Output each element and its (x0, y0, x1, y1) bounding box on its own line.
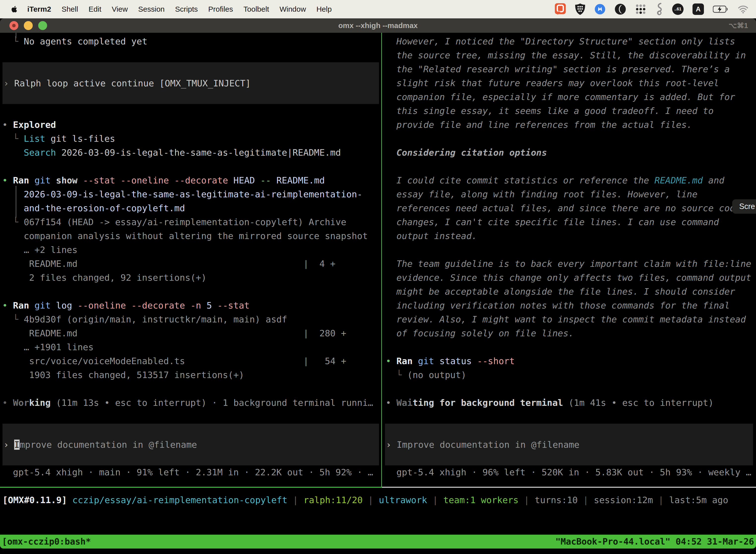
bolt-badge-icon[interactable] (594, 3, 606, 15)
tmux-host-clock: "MacBook-Pro-44.local" 04:52 31-Mar-26 (555, 537, 754, 547)
apple-logo-icon[interactable] (11, 5, 18, 13)
menu-bar-status-items: ..61 A (555, 3, 749, 16)
pane-border-bottom-left (0, 487, 382, 488)
git-log-stat-line: README.md | 280 + (0, 326, 381, 340)
chat-app-icon[interactable] (555, 3, 566, 15)
a-badge-icon[interactable]: A (693, 3, 704, 15)
battery-charging-icon[interactable] (713, 5, 729, 13)
git-show-more-lines: … +2 lines (0, 243, 381, 257)
thinking-paragraph: I could cite commit statistics or refere… (382, 173, 756, 187)
git-status-output-line: └ (no output) (382, 368, 756, 382)
tmux-pane-left[interactable]: └ No agents completed yet › Ralph loop a… (0, 33, 381, 487)
ralph-loop-banner: › Ralph loop active continue [OMX_TMUX_I… (2, 62, 379, 104)
window-title-bar: omx --xhigh --madmax ⌥⌘1 (0, 18, 756, 33)
menu-item-help[interactable]: Help (311, 5, 337, 13)
window-shortcut-badge: ⌥⌘1 (729, 18, 748, 33)
model-status-line-right: gpt-5.4 xhigh · 96% left · 520K in · 5.8… (382, 465, 756, 479)
git-log-stat-line: src/voice/voiceModeEnabled.ts | 54 + (0, 354, 381, 368)
thinking-paragraph: However, I noticed the "Directory Struct… (382, 35, 756, 132)
git-status-command-line: • Ran git status --short (382, 354, 756, 368)
git-show-arg-wrap-line: 2026-03-09-is-legal-the-same-as-legitima… (0, 187, 381, 201)
timer-badge-icon[interactable]: ..61 (672, 3, 684, 15)
menu-item-view[interactable]: View (107, 5, 133, 13)
waiting-status-line: • Waiting for background terminal (1m 41… (382, 396, 756, 410)
prompt-text: mprove documentation in @filename (19, 440, 197, 450)
menu-item-session[interactable]: Session (133, 5, 170, 13)
window-title: omx --xhigh --madmax (0, 18, 756, 33)
menu-item-shell[interactable]: Shell (56, 5, 83, 13)
tree-stem (16, 186, 16, 218)
explored-list-line: └ List git ls-files (0, 132, 381, 146)
model-status-line-left: gpt-5.4 xhigh · main · 91% left · 2.31M … (0, 465, 381, 479)
git-show-arg-wrap-line: and-the-erosion-of-copyleft.md (0, 201, 381, 215)
tree-stem (16, 33, 16, 38)
prompt-input-right[interactable]: › Improve documentation in @filename (385, 424, 753, 465)
terminal-content: └ No agents completed yet › Ralph loop a… (0, 33, 756, 554)
prompt-text: Improve documentation in @filename (397, 440, 579, 450)
prompt-input-left[interactable]: › Improve documentation in @filename (2, 424, 379, 465)
tmux-status-bar: [omx-cczip0:bash* "MacBook-Pro-44.local"… (0, 535, 756, 549)
thinking-paragraph: essay file, along with finding root file… (382, 187, 756, 243)
wifi-icon[interactable] (738, 5, 749, 13)
git-log-commit-line: └ 4b9d30f (origin/main, instructkr/main,… (0, 313, 381, 326)
explored-header-line: • Explored (0, 118, 381, 132)
tmux-session-name: [omx-cczip0:bash* (2, 537, 91, 547)
overlay-label: Scre (739, 202, 755, 211)
menu-item-toolbelt[interactable]: Toolbelt (238, 5, 274, 13)
menu-item-iterm2[interactable]: iTerm2 (22, 5, 56, 13)
shield-grid-icon[interactable] (575, 3, 585, 15)
screen-notification-overlay[interactable]: Scre (732, 199, 756, 214)
menu-item-scripts[interactable]: Scripts (170, 5, 203, 13)
git-show-commit-line: └ 067f154 (HEAD -> essay/ai-reimplementa… (0, 215, 381, 229)
git-log-summary-line: 1903 files changed, 513517 insertions(+) (0, 368, 381, 382)
menu-item-window[interactable]: Window (274, 5, 311, 13)
git-show-commit-wrap-line: companion analysis without altering the … (0, 229, 381, 243)
squiggle-icon[interactable] (655, 3, 663, 16)
omx-status-bar: [OMX#0.11.9] cczip/essay/ai-reimplementa… (0, 493, 756, 507)
thinking-paragraph: The team guideline is to back every impo… (382, 257, 756, 340)
macos-menu-bar: iTerm2 Shell Edit View Session Scripts P… (0, 0, 756, 18)
menu-item-profiles[interactable]: Profiles (203, 5, 238, 13)
crescent-icon[interactable] (615, 3, 626, 15)
pane-border-bottom-right (382, 487, 756, 488)
git-show-summary-line: 2 files changed, 92 insertions(+) (0, 271, 381, 285)
prompt-arrow: › (3, 440, 14, 450)
git-show-command-line: • Ran git show --stat --oneline --decora… (0, 173, 381, 187)
prompt-arrow: › (386, 440, 397, 450)
pane-divider[interactable] (381, 33, 382, 487)
menu-item-edit[interactable]: Edit (83, 5, 107, 13)
dots-grid-icon[interactable] (635, 3, 646, 15)
working-status-line: • Working (11m 13s • esc to interrupt) ·… (0, 396, 381, 410)
git-log-more-lines: … +1901 lines (0, 340, 381, 354)
agents-status-line: └ No agents completed yet (0, 35, 381, 48)
thinking-heading: Considering citation options (382, 146, 756, 160)
tmux-pane-right[interactable]: However, I noticed the "Directory Struct… (382, 33, 756, 487)
git-show-stat-line: README.md | 4 + (0, 257, 381, 271)
text-cursor: I (14, 440, 19, 450)
explored-search-line: Search 2026-03-09-is-legal-the-same-as-l… (0, 146, 381, 160)
git-log-command-line: • Ran git log --oneline --decorate -n 5 … (0, 298, 381, 313)
